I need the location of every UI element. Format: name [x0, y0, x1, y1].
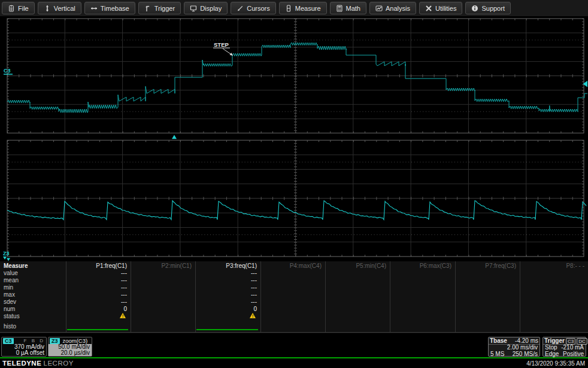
- menu-button-label: Support: [481, 5, 505, 12]
- menu-button-trigger[interactable]: Trigger: [138, 2, 181, 14]
- timebase-descriptor[interactable]: Tbase -4.20 ms 2.00 ms/div 5 MS 250 MS/s: [488, 337, 540, 357]
- menu-button-label: Trigger: [154, 5, 175, 12]
- trigger-type: Edge: [545, 351, 559, 358]
- tbase-samples: 5 MS: [490, 351, 504, 358]
- trigger-label: Trigger: [544, 337, 565, 344]
- column-separator: [195, 261, 196, 332]
- measure-column-header-p6[interactable]: P6:max(C3): [392, 263, 451, 269]
- column-separator: [66, 261, 66, 332]
- display-icon: [190, 5, 197, 12]
- measure-column-header-p3[interactable]: P3:freq(C1): [197, 263, 257, 269]
- column-separator: [455, 261, 456, 332]
- trigger-time-marker[interactable]: [172, 135, 177, 139]
- trigger-mode: Stop: [545, 345, 557, 351]
- menu-button-label: Analysis: [386, 5, 410, 12]
- measure-column-header-p8[interactable]: P8:- - -: [522, 263, 584, 269]
- column-separator: [520, 261, 520, 332]
- measure-num-p1: 0: [68, 306, 127, 312]
- menu-button-timebase[interactable]: Timebase: [84, 2, 135, 14]
- measure-row-label-num: num: [4, 306, 15, 312]
- column-separator: [260, 261, 261, 332]
- menu-button-label: Math: [346, 5, 360, 12]
- menu-button-label: Measure: [295, 5, 321, 12]
- measure-value-p1: ---: [68, 270, 127, 276]
- tbase-per-div: 2.00 ms/div: [507, 345, 538, 351]
- measure-min-p3: ---: [197, 284, 257, 291]
- measure-row-label-histo: histo: [4, 323, 16, 330]
- zoom-descriptor-z3[interactable]: Z3 zoom(C3) 50.0 mA/div 20.0 µs/div: [48, 337, 92, 357]
- datetime-display: 4/13/2020 9:35:35 AM: [526, 360, 585, 367]
- measure-row-label-status: status: [4, 313, 20, 319]
- trigger-level: -210 mA: [561, 345, 584, 351]
- menu-button-label: Timebase: [101, 5, 129, 12]
- z3-offscreen-arrow: [7, 258, 10, 261]
- menu-button-label: Utilities: [435, 5, 456, 12]
- column-separator: [131, 261, 131, 332]
- tbase-delay: -4.20 ms: [515, 337, 538, 344]
- brand-logo: TELEDYNE LECROY: [2, 360, 74, 367]
- cursor-icon: [237, 5, 244, 12]
- menu-button-support[interactable]: Support: [465, 2, 511, 14]
- z3-trace-label[interactable]: Z3: [3, 251, 10, 257]
- vertical-arrows-icon: [44, 5, 51, 12]
- horizontal-arrows-icon: [90, 5, 98, 12]
- oscilloscope-app: STEPC3Z3 FileVerticalTimebaseTriggerDisp…: [0, 0, 588, 368]
- chart-icon: [375, 5, 383, 12]
- menu-button-measure[interactable]: Measure: [279, 2, 327, 14]
- z3-trace-badge: Z3: [50, 338, 60, 344]
- c3-offset: 0 µA offset: [2, 350, 46, 356]
- measure-mean-p1: ---: [68, 277, 127, 283]
- measure-row-label-min: min: [4, 284, 13, 291]
- trigger-descriptor[interactable]: Trigger C3DC Stop -210 mA Edge Positive: [542, 337, 586, 357]
- menu-button-display[interactable]: Display: [184, 2, 228, 14]
- measure-column-header-p2[interactable]: P2:min(C1): [132, 263, 192, 269]
- column-separator: [390, 261, 390, 332]
- trigger-slope: Positive: [563, 351, 584, 358]
- status-separator: [0, 357, 588, 358]
- menubar: FileVerticalTimebaseTriggerDisplayCursor…: [0, 0, 588, 16]
- step-annotation-label: STEP: [214, 41, 229, 48]
- c3-zero-level-label[interactable]: C3: [4, 68, 11, 74]
- measure-column-header-p4[interactable]: P4:max(C4): [262, 263, 322, 269]
- menu-button-analysis[interactable]: Analysis: [369, 2, 416, 14]
- menu-button-file[interactable]: File: [2, 2, 35, 14]
- menu-button-cursors[interactable]: Cursors: [231, 2, 276, 14]
- measure-status-warning-icon-p1: !: [120, 313, 126, 319]
- measure-column-header-p7[interactable]: P7:freq(C3): [457, 263, 516, 269]
- channel-descriptor-c3[interactable]: C3 F B D 370 mA/div 0 µA offset: [1, 337, 47, 357]
- measure-sdev-p1: ---: [68, 298, 127, 305]
- measure-column-header-p1[interactable]: P1:freq(C1): [68, 263, 127, 269]
- z3-time-per-div: 20.0 µs/div: [49, 350, 90, 356]
- measure-table-title: Measure: [4, 263, 28, 269]
- column-separator: [325, 261, 326, 332]
- measure-histogram-baseline-p1: [67, 329, 128, 330]
- measure-column-header-p5[interactable]: P5:min(C4): [327, 263, 386, 269]
- c3-channel-badge: C3: [3, 338, 14, 344]
- measure-num-p3: 0: [197, 306, 257, 312]
- info-icon: [471, 5, 478, 12]
- measure-histogram-baseline-p3: [196, 329, 258, 330]
- menu-button-math[interactable]: Math: [330, 2, 366, 14]
- measure-row-label-mean: mean: [4, 277, 19, 283]
- measure-value-p3: ---: [197, 270, 257, 276]
- measure-sdev-p3: ---: [197, 298, 257, 305]
- caliper-icon: [285, 5, 292, 12]
- menu-button-label: Display: [200, 5, 222, 12]
- measure-min-p1: ---: [68, 284, 127, 291]
- z3-offscreen-arrow: [3, 257, 7, 260]
- measure-table-bottom-border: [0, 332, 588, 333]
- measure-status-warning-icon-p3: !: [250, 313, 256, 319]
- tbase-sample-rate: 250 MS/s: [513, 351, 538, 358]
- measure-row-label-sdev: sdev: [4, 298, 16, 305]
- trigger-edge-icon: [144, 5, 151, 12]
- measure-max-p3: ---: [197, 291, 257, 298]
- menu-button-label: Cursors: [247, 5, 270, 12]
- measure-row-label-max: max: [4, 291, 15, 298]
- measure-mean-p3: ---: [197, 277, 257, 283]
- tools-icon: [425, 5, 432, 12]
- menu-button-utilities[interactable]: Utilities: [419, 2, 462, 14]
- menu-button-label: File: [18, 5, 29, 12]
- c3-coupling-flags: F B D: [24, 338, 45, 343]
- measure-max-p1: ---: [68, 291, 127, 298]
- menu-button-vertical[interactable]: Vertical: [38, 2, 81, 14]
